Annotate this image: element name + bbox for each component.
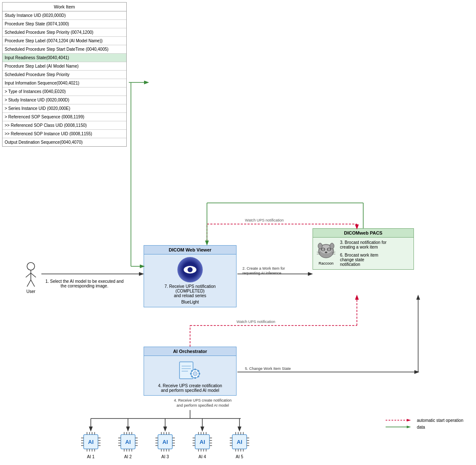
svg-rect-30 xyxy=(199,373,200,375)
diagram-container: Work Item Study Instance UID (0020,000D)… xyxy=(0,0,476,465)
pacs-item2: 6. Brocast work item change state notifi… xyxy=(340,253,386,267)
watch-ups-label-2: Watch UPS notification xyxy=(237,320,275,324)
ai-2-label: AI 2 xyxy=(117,454,139,459)
svg-point-0 xyxy=(27,263,35,270)
change-work-item-label: 5. Change Work Item State xyxy=(245,367,291,371)
dicom-viewer-notification: 7. Receive UPS notification (COMPLETED) … xyxy=(147,284,234,298)
svg-line-5 xyxy=(31,280,35,287)
table-row: Study Instance UID (0020,000D) xyxy=(3,11,126,20)
ai-orchestrator-box: AI Orchestrator xyxy=(144,347,237,396)
ai-chip-1: AI AI 1 xyxy=(80,431,101,459)
table-row: Procedure Step State (0074,1000) xyxy=(3,20,126,28)
svg-rect-29 xyxy=(190,373,192,375)
svg-point-15 xyxy=(329,249,329,250)
svg-line-3 xyxy=(31,273,36,277)
ai-orchestrator-title: AI Orchestrator xyxy=(144,347,236,356)
svg-text:AI: AI xyxy=(88,439,94,445)
svg-point-8 xyxy=(318,243,322,249)
ai-4-label: AI 4 xyxy=(192,454,213,459)
svg-line-4 xyxy=(27,280,31,287)
table-row: Input Information Sequence(0040,4021) xyxy=(3,79,126,88)
svg-rect-21 xyxy=(180,362,193,379)
user-icon xyxy=(23,262,38,287)
legend-solid-item: data xyxy=(386,424,463,429)
ai-orchestrator-content: 4. Receive UPS create notification and p… xyxy=(144,356,236,395)
pacs-item1: 3. Brocast notification for creating a w… xyxy=(340,240,386,249)
table-row: Scheduled Procedure Step Start DateTime … xyxy=(3,45,126,54)
table-row: >> Referenced SOP Class UID (0008,1150) xyxy=(3,121,126,130)
raccoon-icon xyxy=(316,240,336,260)
legend-dashed-text: automatic start operation xyxy=(417,418,463,423)
dicomweb-pacs-box: DICOMweb PACS xyxy=(313,228,414,270)
ai-5-label: AI 5 xyxy=(229,454,250,459)
legend-solid-text: data xyxy=(417,425,425,429)
pacs-content: Raccoon 3. Brocast notification for crea… xyxy=(313,238,413,269)
svg-rect-27 xyxy=(194,369,196,370)
ai-2-icon: AI xyxy=(117,431,139,452)
ai-chip-5: AI AI 5 xyxy=(229,431,250,459)
table-row: Output Destination Sequence(0040,4070) xyxy=(3,138,126,146)
dicom-viewer-title: DICOM Web Viewer xyxy=(144,246,236,254)
svg-text:and perform specified AI model: and perform specified AI model xyxy=(177,403,229,408)
table-row: > Series Instance UID (0020,000E) xyxy=(3,104,126,113)
svg-text:AI: AI xyxy=(163,439,168,445)
table-row: > Type of Instances (0040,E020) xyxy=(3,88,126,96)
svg-rect-28 xyxy=(194,377,196,379)
user-label: User xyxy=(23,289,38,294)
svg-point-16 xyxy=(325,252,327,253)
work-item-table: Work Item Study Instance UID (0020,000D)… xyxy=(2,2,127,147)
orchestrator-icon xyxy=(177,358,203,382)
raccoon-label: Raccoon xyxy=(316,261,337,265)
ai-chip-4: AI AI 4 xyxy=(192,431,213,459)
table-row-highlighted: Input Readiness State(0040,4041) xyxy=(3,54,126,62)
dicom-web-viewer-box: DICOM Web Viewer 7. Receive UPS notifica… xyxy=(144,245,237,307)
legend-dashed-line xyxy=(386,418,411,423)
table-row: Scheduled Procedure Step Priority (0074,… xyxy=(3,28,126,37)
table-row: Scheduled Procedure Step Priority xyxy=(3,71,126,79)
ai-chip-3: AI AI 3 xyxy=(155,431,176,459)
ai-3-label: AI 3 xyxy=(155,454,176,459)
legend: automatic start operation data xyxy=(386,418,463,431)
ai-4-icon: AI xyxy=(192,431,213,452)
ai-1-label: AI 1 xyxy=(80,454,101,459)
svg-text:AI: AI xyxy=(237,439,242,445)
svg-line-2 xyxy=(26,273,31,277)
ai-orchestrator-description: 4. Receive UPS create notification and p… xyxy=(147,383,234,393)
watch-ups-label-1: Watch UPS notification xyxy=(245,218,284,222)
ai-chip-2: AI AI 2 xyxy=(117,431,139,459)
create-work-item-label: 2. Create a Work Item for xyxy=(242,266,285,271)
legend-dashed-item: automatic start operation xyxy=(386,418,463,423)
table-row: Procedure Step Label (AI Model Name) xyxy=(3,62,126,71)
table-row: Procedure Step Label (0074,1204 (AI Mode… xyxy=(3,37,126,45)
step4-label-1: 4. Receive UPS create notification xyxy=(174,398,232,402)
svg-text:AI: AI xyxy=(200,439,205,445)
user-figure: User xyxy=(23,262,38,294)
user-description: 1. Select the AI model to be executed an… xyxy=(42,279,127,288)
svg-marker-128 xyxy=(407,426,411,428)
pacs-title: DICOMweb PACS xyxy=(313,229,413,238)
svg-point-9 xyxy=(330,243,334,249)
svg-text:requesting AI inference: requesting AI inference xyxy=(242,271,281,275)
table-row: > Referenced SOP Sequence (0008,1199) xyxy=(3,113,126,121)
svg-point-14 xyxy=(323,249,324,250)
legend-solid-line xyxy=(386,424,411,429)
table-row: > Study Instance UID (0020,000D) xyxy=(3,96,126,104)
ai-3-icon: AI xyxy=(155,431,176,452)
dicom-viewer-content: 7. Receive UPS notification (COMPLETED) … xyxy=(144,254,236,307)
ai-5-icon: AI xyxy=(229,431,250,452)
svg-marker-126 xyxy=(407,419,411,421)
work-item-header: Work Item xyxy=(3,3,126,11)
bluelight-label: BlueLight xyxy=(147,300,234,304)
svg-point-26 xyxy=(193,372,197,376)
ai-1-icon: AI xyxy=(80,431,101,452)
table-row: >> Referenced SOP Instance UID (0008,115… xyxy=(3,130,126,138)
svg-text:AI: AI xyxy=(125,439,131,445)
